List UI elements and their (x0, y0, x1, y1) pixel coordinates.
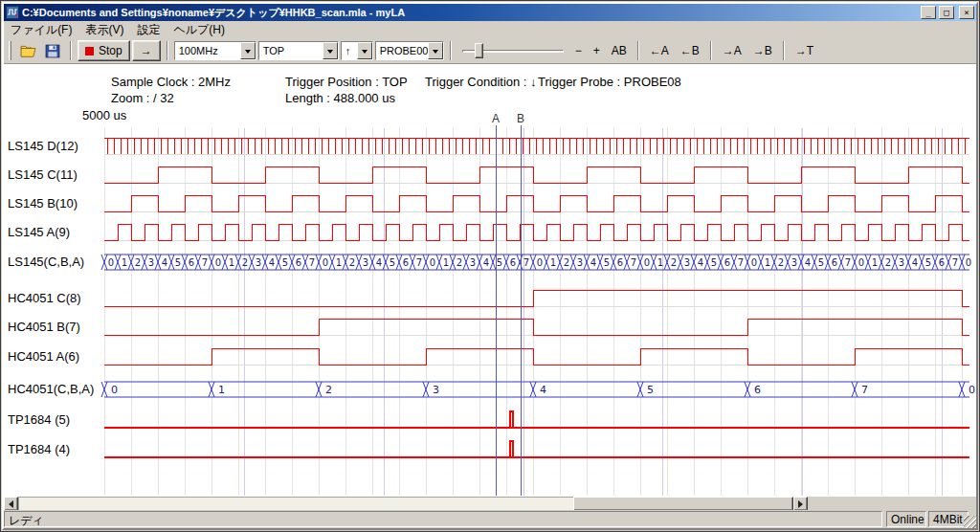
toolbar-separator (710, 41, 712, 60)
trigger-position-value: TOP (259, 45, 323, 56)
chevron-down-icon[interactable] (357, 42, 372, 59)
toolbar-separator (783, 41, 785, 60)
status-message: レディ (4, 511, 882, 527)
stop-square-icon (85, 47, 94, 55)
menu-file[interactable]: ファイル(F) (4, 21, 78, 39)
goto-cursor-a-left-button[interactable]: ←A (645, 42, 674, 59)
run-arrow-icon: → (141, 44, 152, 57)
zoom-slider-thumb[interactable] (475, 43, 483, 58)
maximize-button[interactable]: □ (939, 6, 954, 19)
trigger-probe-select[interactable]: PROBE00 (375, 41, 444, 60)
trigger-edge-value: ↑ (342, 45, 357, 56)
app-icon (6, 6, 19, 19)
trigger-position-select[interactable]: TOP (258, 41, 339, 60)
scrollbar-thumb[interactable] (573, 497, 793, 511)
menu-settings[interactable]: 設定 (130, 21, 167, 39)
sample-clock-info: Sample Clock : 2MHz (111, 75, 231, 89)
zoom-out-button[interactable]: − (570, 42, 587, 59)
trigger-edge-select[interactable]: ↑ (341, 41, 373, 60)
toolbar-separator (450, 41, 452, 60)
sample-clock-value: 100MHz (175, 45, 240, 56)
goto-trigger-button[interactable]: →T (791, 42, 818, 59)
run-button[interactable]: → (132, 40, 161, 61)
open-button[interactable] (16, 40, 39, 61)
timebase-label: 5000 us (82, 108, 126, 122)
zoom-in-button[interactable]: + (589, 42, 605, 59)
length-info: Length : 488.000 us (285, 91, 395, 105)
save-button[interactable] (41, 40, 64, 61)
horizontal-scrollbar[interactable] (4, 497, 808, 511)
resize-grip[interactable] (964, 516, 976, 528)
goto-cursor-b-left-button[interactable]: ←B (676, 42, 704, 59)
trigger-probe-value: PROBE00 (376, 45, 428, 56)
menu-help[interactable]: ヘルプ(H) (167, 21, 232, 39)
goto-cursor-b-right-button[interactable]: →B (748, 42, 777, 59)
menu-bar: ファイル(F) 表示(V) 設定 ヘルプ(H) (4, 21, 976, 38)
save-floppy-icon (45, 44, 60, 58)
chevron-down-icon[interactable] (428, 42, 443, 59)
toolbar-separator (70, 41, 72, 60)
goto-cursor-a-right-button[interactable]: →A (718, 42, 746, 59)
toolbar: Stop → 100MHz TOP ↑ PROBE00 − + AB (4, 38, 976, 64)
status-bar: レディ Online 4MBit (4, 510, 976, 528)
chevron-down-icon[interactable] (323, 42, 338, 59)
chevron-down-icon[interactable] (240, 42, 256, 59)
minimize-button[interactable]: _ (921, 6, 936, 19)
window-title: C:¥Documents and Settings¥noname¥デスクトップ¥… (22, 6, 918, 20)
toolbar-separator (637, 41, 639, 60)
stop-label: Stop (99, 44, 122, 57)
status-memory: 4MBit (928, 511, 969, 527)
open-folder-icon (20, 44, 36, 58)
close-button[interactable]: × (959, 6, 974, 19)
scroll-left-button[interactable] (4, 497, 18, 511)
triangle-left-icon (5, 500, 13, 508)
zoom-info: Zoom : / 32 (111, 91, 174, 105)
menu-view[interactable]: 表示(V) (78, 21, 130, 39)
toolbar-grip[interactable] (9, 41, 11, 60)
stop-button[interactable]: Stop (78, 40, 130, 61)
trigger-probe-info: Trigger Probe : PROBE08 (538, 75, 681, 89)
zoom-slider[interactable] (462, 41, 564, 60)
trigger-position-info: Trigger Position : TOP (285, 75, 408, 89)
waveform-area[interactable] (104, 128, 969, 496)
ab-button[interactable]: AB (607, 42, 632, 59)
scroll-right-button[interactable] (793, 497, 808, 511)
triangle-right-icon (798, 500, 807, 508)
sample-clock-select[interactable]: 100MHz (174, 41, 256, 60)
status-online: Online (886, 511, 926, 527)
toolbar-separator (167, 41, 168, 60)
titlebar: C:¥Documents and Settings¥noname¥デスクトップ¥… (4, 4, 976, 21)
trigger-condition-info: Trigger Condition : ↓ (425, 75, 537, 89)
app-window: C:¥Documents and Settings¥noname¥デスクトップ¥… (0, 0, 980, 532)
